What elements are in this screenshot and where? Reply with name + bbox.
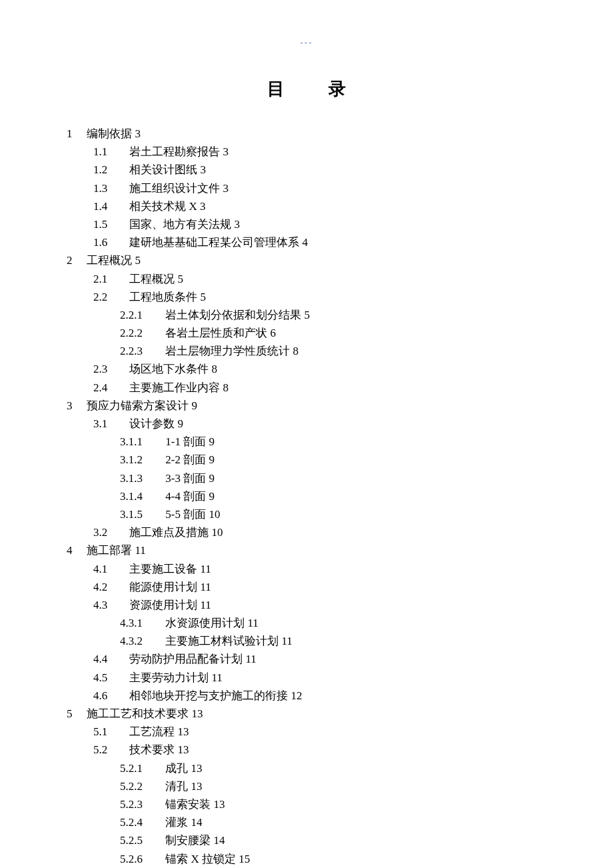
toc-number: 5 <box>67 705 84 723</box>
toc-page: 9 <box>209 435 215 448</box>
toc-text: 预应力锚索方案设计 <box>84 399 192 412</box>
toc-page: 9 <box>209 472 215 485</box>
toc-page: 8 <box>212 363 218 375</box>
toc-text: 岩土层物理力学性质统计 <box>163 345 293 357</box>
toc-number: 3.1.3 <box>120 469 163 487</box>
toc-number: 5.2.6 <box>120 850 163 868</box>
toc-page: 12 <box>291 689 303 702</box>
toc-number: 4.1 <box>93 560 127 578</box>
toc-number: 3.1.5 <box>120 505 163 523</box>
toc-number: 4.5 <box>93 669 127 687</box>
toc-text: 施工组织设计文件 <box>127 182 223 195</box>
toc-entry: 3.1.1 1-1 剖面 9 <box>120 433 546 451</box>
toc-text: 主要施工设备 <box>127 563 201 575</box>
toc-entry: 5 施工工艺和技术要求 13 <box>67 705 546 723</box>
toc-number: 3 <box>67 397 84 415</box>
toc-page: 13 <box>192 707 203 720</box>
toc-number: 3.1.1 <box>120 433 163 451</box>
toc-number: 5.2.1 <box>120 759 163 777</box>
toc-text: 相关设计图纸 <box>127 163 201 176</box>
toc-number: 2.2 <box>93 288 127 306</box>
toc-text: 灌浆 <box>163 816 191 829</box>
toc-number: 4.3.1 <box>120 614 163 632</box>
toc-entry: 2.3 场区地下水条件 8 <box>93 360 546 378</box>
toc-entry: 1 编制依据 3 <box>67 125 546 143</box>
toc-page: 8 <box>223 381 229 394</box>
toc-page: 11 <box>248 617 259 629</box>
toc-number: 1.3 <box>93 179 127 197</box>
toc-text: 水资源使用计划 <box>163 617 248 629</box>
toc-text: 建研地基基础工程某公司管理体系 <box>127 236 303 249</box>
toc-page: 13 <box>191 780 203 793</box>
toc-entry: 5.2.3 锚索安装 13 <box>120 795 546 813</box>
toc-number: 4.3 <box>93 596 127 614</box>
toc-number: 2.1 <box>93 270 127 288</box>
toc-entry: 5.2.2 清孔 13 <box>120 777 546 795</box>
toc-text: 制安腰梁 <box>163 834 214 847</box>
toc-page: 3 <box>200 200 206 213</box>
toc-number: 4 <box>67 541 84 559</box>
toc-entry: 5.2.1 成孔 13 <box>120 759 546 777</box>
toc-page: 9 <box>178 417 184 430</box>
toc-text: 场区地下水条件 <box>127 363 212 375</box>
toc-text: 主要施工材料试验计划 <box>163 635 282 647</box>
toc-entry: 1.1 岩土工程勘察报告 3 <box>93 143 546 161</box>
toc-text: 相邻地块开挖与支护施工的衔接 <box>127 689 291 702</box>
toc-number: 1.2 <box>93 161 127 179</box>
toc-entry: 3 预应力锚索方案设计 9 <box>67 397 546 415</box>
toc-text: 锚索 X 拉锁定 <box>163 853 239 865</box>
toc-number: 5.2.5 <box>120 831 163 849</box>
toc-page: 11 <box>282 635 293 647</box>
toc-entry: 1.2 相关设计图纸 3 <box>93 161 546 179</box>
toc-text: 5-5 剖面 <box>163 508 209 521</box>
toc-number: 1.1 <box>93 143 127 161</box>
toc-page: 10 <box>212 526 223 539</box>
toc-page: 9 <box>192 399 198 412</box>
toc-number: 1 <box>67 125 84 143</box>
toc-page: 3 <box>201 163 207 176</box>
toc-entry: 1.3 施工组织设计文件 3 <box>93 179 546 197</box>
toc-entry: 3.1.4 4-4 剖面 9 <box>120 487 546 505</box>
toc-entry: 2.4 主要施工作业内容 8 <box>93 379 546 397</box>
toc-page: 5 <box>305 309 310 321</box>
toc-page: 14 <box>214 834 225 847</box>
toc-entry: 3.1.2 2-2 剖面 9 <box>120 451 546 469</box>
toc-text: 成孔 <box>163 762 191 775</box>
toc-text: 相关技术规 X <box>127 200 200 213</box>
toc-page: 5 <box>178 273 184 285</box>
toc-text: 国家、地方有关法规 <box>127 218 235 231</box>
toc-text: 主要施工作业内容 <box>127 381 223 394</box>
toc-page: 13 <box>178 725 189 738</box>
toc-number: 5.2.3 <box>120 795 163 813</box>
toc-entry: 3.2 施工难点及措施 10 <box>93 523 546 541</box>
toc-entry: 5.2.4 灌浆 14 <box>120 813 546 831</box>
toc-entry: 3.1 设计参数 9 <box>93 415 546 433</box>
toc-entry: 1.6 建研地基基础工程某公司管理体系 4 <box>93 233 546 251</box>
toc-page: 3 <box>223 145 229 158</box>
toc-text: 能源使用计划 <box>127 581 201 593</box>
toc-text: 岩土工程勘察报告 <box>127 145 223 158</box>
toc-page: 15 <box>239 853 250 865</box>
toc-entry: 1.5 国家、地方有关法规 3 <box>93 215 546 233</box>
toc-page: 3 <box>135 127 141 140</box>
toc-text: 施工工艺和技术要求 <box>84 707 192 720</box>
toc-number: 1.6 <box>93 233 127 251</box>
toc-text: 资源使用计划 <box>127 599 201 611</box>
toc-page: 4 <box>303 236 308 249</box>
toc-page: 3 <box>223 182 229 195</box>
toc-page: 6 <box>271 327 277 339</box>
toc-number: 4.3.2 <box>120 632 163 650</box>
toc-number: 2.2.3 <box>120 342 163 360</box>
toc-text: 主要劳动力计划 <box>127 671 212 684</box>
toc-number: 1.4 <box>93 197 127 215</box>
header-mark: --- <box>67 37 546 48</box>
toc-entry: 5.2.6 锚索 X 拉锁定 15 <box>120 850 546 868</box>
toc-entry: 4.2 能源使用计划 11 <box>93 578 546 596</box>
toc-text: 工艺流程 <box>127 725 178 738</box>
toc-entry: 2.1 工程概况 5 <box>93 270 546 288</box>
toc-text: 1-1 剖面 <box>163 435 209 448</box>
toc-entry: 4.6 相邻地块开挖与支护施工的衔接 12 <box>93 687 546 705</box>
toc-number: 2.4 <box>93 379 127 397</box>
toc-page: 13 <box>214 798 225 811</box>
toc-text: 施工部署 <box>84 544 135 557</box>
